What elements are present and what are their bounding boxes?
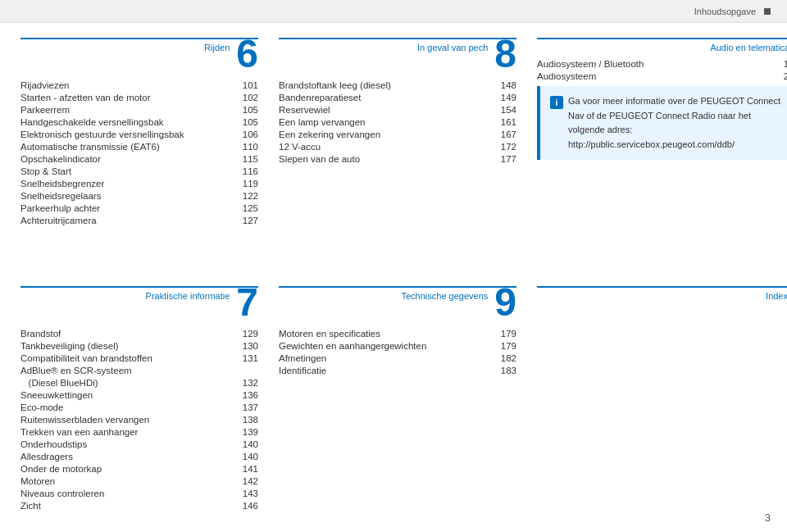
content-grid: Rijden 6 Rijadviezen101 Starten - afzett… bbox=[0, 23, 787, 532]
item-page: 161 bbox=[492, 117, 516, 127]
item-page: 141 bbox=[234, 464, 258, 474]
item-label: Tankbeveiliging (diesel) bbox=[20, 341, 234, 351]
section-praktisch-number: 7 bbox=[236, 283, 258, 322]
item-page: 208 bbox=[775, 71, 787, 81]
item-label: Opschakelindicator bbox=[20, 154, 234, 164]
item-page: 142 bbox=[234, 476, 258, 486]
list-item: Handgeschakelde versnellingsbak105 bbox=[20, 116, 258, 128]
list-item: Identificatie183 bbox=[279, 364, 516, 376]
item-label: (Diesel BlueHDi) bbox=[20, 378, 234, 388]
item-label: Zicht bbox=[20, 501, 234, 511]
item-page: 140 bbox=[234, 452, 258, 462]
item-label: Onderhoudstips bbox=[20, 439, 234, 449]
list-item: Rijadviezen101 bbox=[20, 79, 258, 91]
item-page: 182 bbox=[492, 353, 516, 363]
item-page: 148 bbox=[492, 80, 516, 90]
info-box-text: Ga voor meer informatie over de PEUGEOT … bbox=[568, 94, 787, 152]
item-page: 139 bbox=[234, 427, 258, 437]
list-item: Parkeerrem105 bbox=[20, 103, 258, 116]
section-index-title: Index bbox=[537, 291, 787, 301]
list-item: Eco-mode137 bbox=[20, 401, 258, 413]
list-item: Trekken van een aanhanger139 bbox=[20, 425, 258, 438]
item-label: Identificatie bbox=[279, 366, 492, 375]
list-item: Audiosysteem208 bbox=[537, 70, 787, 82]
list-item: Zicht146 bbox=[20, 499, 258, 512]
list-item: (Diesel BlueHDi)132 bbox=[20, 376, 258, 389]
item-page: 127 bbox=[234, 216, 258, 225]
list-item: Audiosysteem / Bluetooth184 bbox=[537, 57, 787, 70]
list-item: Gewichten en aanhangergewichten179 bbox=[279, 339, 516, 352]
top-bar: Inhoudsopgave bbox=[0, 0, 787, 23]
list-item: Onderhoudstips140 bbox=[20, 438, 258, 450]
item-page: 131 bbox=[234, 353, 258, 363]
section-technisch-header: Technische gegevens 9 bbox=[279, 286, 516, 322]
section-audio-title: Audio en telematica bbox=[537, 43, 787, 52]
section-technisch: Technische gegevens 9 Motoren en specifi… bbox=[271, 280, 525, 524]
item-label: Snelheidsregelaars bbox=[20, 191, 234, 201]
list-item: Brandstof129 bbox=[20, 327, 258, 339]
item-label: Snelheidsbegrenzer bbox=[20, 179, 234, 189]
list-item: Achteruitrijcamera127 bbox=[20, 214, 258, 226]
section-ingeval-header: In geval van pech 8 bbox=[279, 38, 516, 74]
item-page: 119 bbox=[234, 179, 258, 189]
list-item: Allesdragers140 bbox=[20, 450, 258, 462]
item-page bbox=[234, 366, 258, 375]
list-item: Onder de motorkap141 bbox=[20, 462, 258, 475]
item-page: 129 bbox=[234, 329, 258, 339]
item-page: 183 bbox=[492, 366, 516, 375]
item-page: 167 bbox=[492, 130, 516, 139]
item-label: Onder de motorkap bbox=[20, 464, 234, 474]
page-number: 3 bbox=[765, 512, 771, 524]
item-page: 177 bbox=[492, 154, 516, 164]
list-item: Parkeerhulp achter125 bbox=[20, 202, 258, 214]
list-item: Brandstoftank leeg (diesel)148 bbox=[279, 79, 516, 91]
list-item: Reservewiel154 bbox=[279, 103, 516, 116]
item-label: 12 V-accu bbox=[279, 142, 492, 152]
item-page: 125 bbox=[234, 203, 258, 213]
item-label: Ruitenwisserbladen vervangen bbox=[20, 415, 234, 425]
item-page: 138 bbox=[234, 415, 258, 425]
item-page: 184 bbox=[775, 59, 787, 69]
list-item: Slepen van de auto177 bbox=[279, 152, 516, 165]
item-label: Eco-mode bbox=[20, 402, 234, 412]
section-ingeval-number: 8 bbox=[494, 34, 516, 74]
item-label: AdBlue® en SCR-systeem bbox=[20, 366, 234, 375]
item-page: 105 bbox=[234, 105, 258, 115]
list-item: AdBlue® en SCR-systeem bbox=[20, 364, 258, 376]
list-item: Automatische transmissie (EAT6)110 bbox=[20, 140, 258, 152]
topbar-indicator bbox=[764, 8, 771, 15]
item-page: 140 bbox=[234, 439, 258, 449]
section-ingeval: In geval van pech 8 Brandstoftank leeg (… bbox=[271, 31, 525, 275]
topbar-title: Inhoudsopgave bbox=[694, 7, 756, 16]
item-page: 130 bbox=[234, 341, 258, 351]
section-technisch-list: Motoren en specificaties179 Gewichten en… bbox=[279, 327, 516, 376]
item-page: 110 bbox=[234, 142, 258, 152]
item-label: Automatische transmissie (EAT6) bbox=[20, 142, 234, 152]
item-page: 115 bbox=[234, 154, 258, 164]
item-label: Brandstof bbox=[20, 329, 234, 339]
item-label: Parkeerhulp achter bbox=[20, 203, 234, 213]
section-index: Index bbox=[529, 280, 787, 524]
list-item: Snelheidsbegrenzer119 bbox=[20, 177, 258, 189]
list-item: Een zekering vervangen167 bbox=[279, 128, 516, 140]
item-label: Een zekering vervangen bbox=[279, 130, 492, 139]
item-label: Een lamp vervangen bbox=[279, 117, 492, 127]
item-label: Trekken van een aanhanger bbox=[20, 427, 234, 437]
item-page: 137 bbox=[234, 402, 258, 412]
item-label: Starten - afzetten van de motor bbox=[20, 93, 234, 102]
item-label: Motoren en specificaties bbox=[279, 329, 492, 339]
section-rijden-header: Rijden 6 bbox=[20, 38, 258, 74]
item-page: 154 bbox=[492, 105, 516, 115]
list-item: 12 V-accu172 bbox=[279, 140, 516, 152]
item-page: 179 bbox=[492, 329, 516, 339]
list-item: Stop & Start116 bbox=[20, 165, 258, 177]
item-page: 172 bbox=[492, 142, 516, 152]
item-label: Bandenreparatieset bbox=[279, 93, 492, 102]
info-box: i Ga voor meer informatie over de PEUGEO… bbox=[537, 86, 787, 160]
list-item: Snelheidsregelaars122 bbox=[20, 189, 258, 202]
item-page: 101 bbox=[234, 80, 258, 90]
item-page: 105 bbox=[234, 117, 258, 127]
item-label: Parkeerrem bbox=[20, 105, 234, 115]
list-item: Afmetingen182 bbox=[279, 352, 516, 364]
section-rijden-list: Rijadviezen101 Starten - afzetten van de… bbox=[20, 79, 258, 226]
